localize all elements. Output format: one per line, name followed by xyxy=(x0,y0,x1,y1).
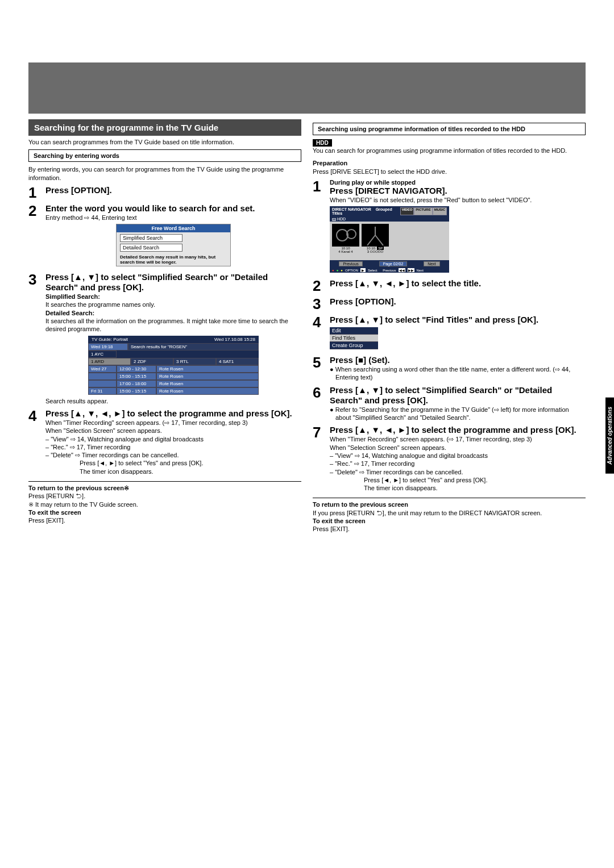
cell: 15:00 - 15:15 xyxy=(117,373,156,380)
detailed-label: Detailed Search: xyxy=(45,310,94,316)
step-3-left: 3 Press [▲, ▼] to select "Simplified Sea… xyxy=(28,272,301,405)
tab: 2 ZDF xyxy=(131,358,173,365)
exit-title: To exit the screen xyxy=(28,509,81,516)
step-5-right: 5 Press [■] (Set). ● When searching usin… xyxy=(313,355,586,382)
cell xyxy=(88,380,117,387)
thumb-channel: 4 Kanal 4 xyxy=(338,250,352,253)
line-delete-sub1: Press [◄, ►] to select "Yes" and press [… xyxy=(330,476,586,484)
line: When "Selection Screen" screen appears. xyxy=(330,444,586,452)
prep-label: Preparation xyxy=(313,160,347,166)
step-note: ● Refer to "Searching for the programme … xyxy=(330,406,586,422)
cell: 12:00 - 12:30 xyxy=(117,365,156,373)
nav-prev-btn: Previous xyxy=(339,261,362,266)
graphic-note: Detailed Search may result in many hits,… xyxy=(117,253,230,266)
step-3-right: 3 Press [OPTION]. xyxy=(313,297,586,311)
nav-next-btn: Next xyxy=(424,261,439,266)
line-rec: – "Rec." ⇨ 17, Timer recording xyxy=(45,443,301,451)
step-6-right: 6 Press [▲, ▼] to select "Simplified Sea… xyxy=(313,385,586,422)
step-title: Press [■] (Set). xyxy=(330,355,586,365)
tab: 4 SAT1 xyxy=(216,358,259,365)
step-sub: Entry method ⇨ 44, Entering text xyxy=(45,214,301,222)
line: When "Selection Screen" screen appears. xyxy=(45,427,301,435)
line-view: – "View" ⇨ 14, Watching analogue and dig… xyxy=(330,452,586,460)
ctrl-option: OPTION xyxy=(345,269,358,272)
nav-title: DIRECT NAVIGATOR xyxy=(332,207,371,211)
edit-menu-item: Create Group xyxy=(330,342,378,349)
tab: 1 ARD xyxy=(88,358,131,365)
step-title: Press [▲, ▼, ◄, ►] to select the program… xyxy=(45,408,301,419)
line-delete-sub1: Press [◄, ►] to select "Yes" and press [… xyxy=(45,459,301,467)
right-column: Searching using programme information of… xyxy=(313,119,586,533)
cell xyxy=(88,373,117,380)
exit-title: To exit the screen xyxy=(313,518,366,524)
line-delete: – "Delete" ⇨ Timer recordings can be can… xyxy=(330,468,586,476)
tab: 1 AYC xyxy=(88,350,117,358)
direct-navigator-graphic: DIRECT NAVIGATOR Grouped Titles VIDEO PI… xyxy=(330,206,449,273)
step-title: Press [OPTION]. xyxy=(330,297,586,307)
nav-thumb xyxy=(332,224,359,247)
step-1-left: 1 Press [OPTION]. xyxy=(28,185,301,200)
cell: Fri 31 xyxy=(88,387,117,395)
step-title: Press [OPTION]. xyxy=(45,185,301,195)
cell: 17:00 - 18:00 xyxy=(117,380,156,387)
nav-tab: MUSIC xyxy=(433,207,447,215)
nav-hdd-label: 🖴 HDD xyxy=(330,216,449,222)
step-number: 4 xyxy=(28,408,45,423)
step-4-left: 4 Press [▲, ▼, ◄, ►] to select the progr… xyxy=(28,408,301,475)
line-view: – "View" ⇨ 14, Watching analogue and dig… xyxy=(45,435,301,443)
detailed-search-btn: Detailed Search xyxy=(120,244,182,252)
step-title: Enter the word you would like to search … xyxy=(45,203,301,214)
tab: 3 RTL xyxy=(173,358,216,365)
cell: Rote Rosen xyxy=(156,365,259,373)
step-number: 2 xyxy=(28,203,45,218)
tv-icon xyxy=(332,224,359,247)
ctrl-next: Next xyxy=(417,269,424,272)
return-note: ※ It may return to the TV Guide screen. xyxy=(28,500,301,508)
edit-menu-item-active: Find Titles xyxy=(330,335,378,342)
edit-menu-graphic: Edit Find Titles Create Group xyxy=(330,327,378,349)
step-1-right: 1 During play or while stopped Press [DI… xyxy=(313,179,586,275)
tripod-icon xyxy=(362,224,389,247)
step-4-right: 4 Press [▲, ▼] to select "Find Titles" a… xyxy=(313,315,586,352)
step-title: Press [▲, ▼] to select "Simplified Searc… xyxy=(330,385,586,406)
line: When "Timer Recording" screen appears. (… xyxy=(45,419,301,427)
step-2-left: 2 Enter the word you would like to searc… xyxy=(28,203,301,269)
line-rec: – "Rec." ⇨ 17, Timer recording xyxy=(330,460,586,468)
section-header-left: Searching for the programme in the TV Gu… xyxy=(28,119,301,136)
cell: 15:00 - 15:15 xyxy=(117,387,156,395)
nav-thumb xyxy=(362,224,389,247)
step-number: 6 xyxy=(313,385,330,400)
search-results-graphic: TV Guide: Portrait Wed 17.10.08 15:28 We… xyxy=(88,336,259,395)
svg-line-4 xyxy=(375,235,383,245)
cell: Rote Rosen xyxy=(156,387,259,395)
result-date: Wed 19:18 xyxy=(88,343,128,350)
step-7-right: 7 Press [▲, ▼, ◄, ►] to select the progr… xyxy=(313,425,586,492)
return-title: To return to the previous screen xyxy=(313,501,408,508)
result-label: Search results for "ROSEN" xyxy=(128,343,259,350)
nav-tab: VIDEO xyxy=(400,207,414,215)
nav-page: Page 02/02 xyxy=(379,261,408,266)
nav-tab: PICTURE xyxy=(414,207,432,215)
separator xyxy=(313,498,586,498)
hdd-badge: HDD xyxy=(313,139,332,147)
step-number: 7 xyxy=(313,425,330,440)
line: When "Timer Recording" screen appears. (… xyxy=(330,435,586,443)
search-results-caption: Search results appear. xyxy=(45,397,301,405)
step-title: Press [▲, ▼] to select "Simplified Searc… xyxy=(45,272,301,293)
prep-text: Press [DRIVE SELECT] to select the HDD d… xyxy=(313,168,586,176)
detailed-text: It searches all the information on the p… xyxy=(45,317,301,333)
step-number: 5 xyxy=(313,355,330,370)
step-number: 3 xyxy=(313,297,330,311)
simplified-text: It searches the programme names only. xyxy=(45,301,301,308)
intro-left: You can search programmes from the TV Gu… xyxy=(28,138,301,146)
return-title: To return to the previous screen※ xyxy=(28,485,129,491)
line-delete-sub2: The timer icon disappears. xyxy=(330,484,586,492)
sub-box-entering-words: Searching by entering words xyxy=(28,149,301,162)
ctrl-prev: Previous xyxy=(383,269,396,272)
step-number: 4 xyxy=(313,315,330,329)
left-column: Searching for the programme in the TV Gu… xyxy=(28,119,301,525)
step-number: 1 xyxy=(313,179,330,194)
thumb-channel: 3 OOOOO xyxy=(367,250,383,253)
sub-box-hdd-search: Searching using programme information of… xyxy=(313,123,586,135)
free-word-search-graphic: Free Word Search Simplified Search Detai… xyxy=(116,224,231,266)
